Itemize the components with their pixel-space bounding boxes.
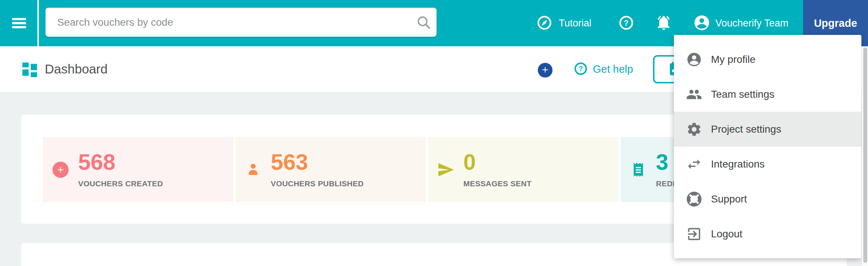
account-icon [693,14,711,33]
hamburger-icon [12,18,26,20]
search-input[interactable] [45,8,411,37]
compass-icon [537,15,552,32]
stat-label: MESSAGES SENT [463,179,532,188]
plus-icon [541,65,550,75]
plus-circle-icon [43,162,78,178]
stat-vouchers-created: 568 VOUCHERS CREATED [43,137,233,202]
magnifier-icon [411,15,437,30]
menu-item-team-settings[interactable]: Team settings [674,77,861,112]
notifications-button[interactable] [655,0,672,46]
hamburger-menu-button[interactable] [9,0,29,46]
swap-arrows-icon [686,156,702,172]
scrollbar-track [862,46,868,266]
person-icon [236,161,271,178]
stat-value: 0 [463,151,532,173]
menu-item-label: Integrations [711,158,765,170]
menu-item-my-profile[interactable]: My profile [674,42,861,77]
get-help-link[interactable]: ? Get help [574,46,633,92]
help-circle-icon: ? [619,15,634,32]
help-circle-icon: ? [574,62,588,77]
stat-value: 563 [271,151,364,173]
menu-item-label: Support [711,193,747,205]
stat-label: VOUCHERS PUBLISHED [271,179,364,188]
stat-label: VOUCHERS CREATED [78,179,163,188]
bell-icon [655,14,672,32]
user-name: Voucherify Team [715,18,788,29]
menu-item-integrations[interactable]: Integrations [674,147,861,181]
menu-item-label: Team settings [711,89,774,100]
menu-item-label: Logout [711,228,743,240]
svg-text:?: ? [624,18,628,28]
stat-value: 568 [78,151,163,173]
menu-item-support[interactable]: Support [674,181,861,216]
gear-icon [686,121,702,137]
tutorial-link[interactable]: Tutorial [537,0,591,46]
lifebuoy-icon [686,191,702,207]
stat-vouchers-published: 563 VOUCHERS PUBLISHED [236,137,426,202]
header-divider [37,0,39,46]
ticket-icon [621,162,656,178]
page-title: Dashboard [45,46,107,92]
svg-text:?: ? [579,65,583,73]
team-icon [686,86,702,103]
voucherify-app: Tutorial ? [0,0,868,266]
logout-icon [686,226,702,242]
help-button[interactable]: ? [619,0,634,46]
user-dropdown-menu: My profile Team settings Project setting… [674,35,861,258]
dashboard-grid-icon [22,62,37,79]
menu-item-project-settings[interactable]: Project settings [674,112,861,147]
search-box [45,8,437,37]
get-help-label: Get help [593,63,633,75]
account-circle-icon [686,51,702,68]
send-icon [428,161,463,179]
add-button[interactable] [538,63,552,78]
menu-item-label: My profile [711,54,755,65]
scrollbar-thumb[interactable] [863,47,867,263]
menu-item-logout[interactable]: Logout [674,216,861,251]
stat-messages-sent: 0 MESSAGES SENT [428,137,619,202]
tutorial-label: Tutorial [559,18,591,29]
menu-item-label: Project settings [711,123,781,135]
